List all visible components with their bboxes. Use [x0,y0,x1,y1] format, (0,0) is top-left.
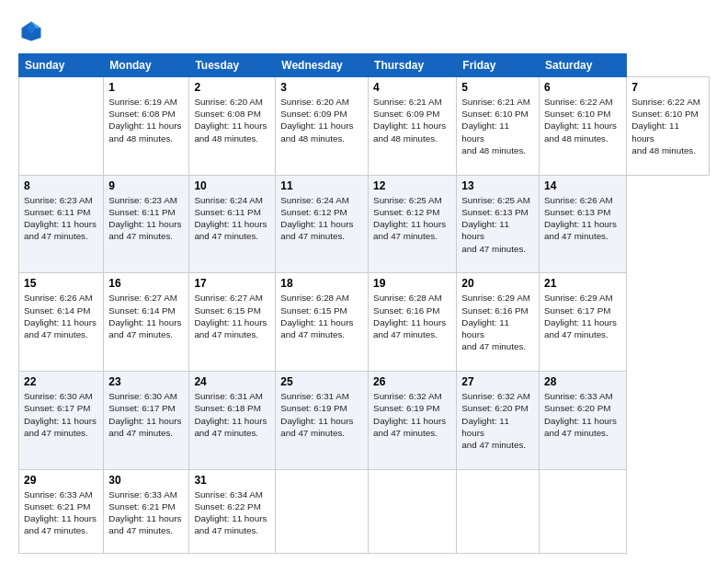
calendar-cell [369,469,457,553]
day-info: Sunrise: 6:21 AM Sunset: 6:10 PM Dayligh… [461,96,534,156]
day-number: 30 [108,474,184,487]
day-number: 26 [373,375,451,388]
col-header-saturday: Saturday [540,54,627,77]
day-number: 4 [373,81,451,94]
calendar-cell: 29Sunrise: 6:33 AM Sunset: 6:21 PM Dayli… [19,469,104,553]
logo [18,18,48,44]
calendar-week-1: 1Sunrise: 6:19 AM Sunset: 6:08 PM Daylig… [19,77,710,176]
day-number: 16 [108,277,184,290]
calendar-cell: 17Sunrise: 6:27 AM Sunset: 6:15 PM Dayli… [189,273,276,372]
calendar-cell: 16Sunrise: 6:27 AM Sunset: 6:14 PM Dayli… [104,273,189,372]
day-number: 21 [544,277,621,290]
day-number: 15 [24,277,98,290]
calendar-cell: 13Sunrise: 6:25 AM Sunset: 6:13 PM Dayli… [457,175,540,273]
day-info: Sunrise: 6:32 AM Sunset: 6:20 PM Dayligh… [461,390,534,451]
calendar-week-2: 8Sunrise: 6:23 AM Sunset: 6:11 PM Daylig… [19,175,710,273]
calendar-week-5: 29Sunrise: 6:33 AM Sunset: 6:21 PM Dayli… [19,469,710,553]
calendar-cell: 24Sunrise: 6:31 AM Sunset: 6:18 PM Dayli… [189,372,276,470]
calendar-cell: 18Sunrise: 6:28 AM Sunset: 6:15 PM Dayli… [276,273,369,372]
day-number: 25 [280,375,363,388]
day-info: Sunrise: 6:34 AM Sunset: 6:22 PM Dayligh… [194,488,270,537]
col-header-friday: Friday [457,54,540,77]
day-info: Sunrise: 6:20 AM Sunset: 6:08 PM Dayligh… [194,96,270,144]
calendar-cell: 6Sunrise: 6:22 AM Sunset: 6:10 PM Daylig… [540,77,627,176]
col-header-tuesday: Tuesday [189,54,276,77]
calendar-week-3: 15Sunrise: 6:26 AM Sunset: 6:14 PM Dayli… [19,273,710,372]
calendar-cell: 20Sunrise: 6:29 AM Sunset: 6:16 PM Dayli… [457,273,540,372]
calendar-cell: 26Sunrise: 6:32 AM Sunset: 6:19 PM Dayli… [369,372,457,470]
day-number: 29 [24,474,98,487]
day-number: 9 [108,179,184,192]
day-info: Sunrise: 6:30 AM Sunset: 6:17 PM Dayligh… [24,390,98,439]
calendar-cell: 21Sunrise: 6:29 AM Sunset: 6:17 PM Dayli… [540,273,627,372]
calendar-cell [540,469,627,553]
calendar-cell: 1Sunrise: 6:19 AM Sunset: 6:08 PM Daylig… [104,77,189,176]
calendar-cell: 28Sunrise: 6:33 AM Sunset: 6:20 PM Dayli… [540,372,627,470]
col-header-thursday: Thursday [369,54,457,77]
calendar-cell: 7Sunrise: 6:22 AM Sunset: 6:10 PM Daylig… [627,77,710,176]
day-info: Sunrise: 6:33 AM Sunset: 6:20 PM Dayligh… [544,390,621,439]
day-info: Sunrise: 6:31 AM Sunset: 6:18 PM Dayligh… [194,390,270,439]
calendar-cell: 27Sunrise: 6:32 AM Sunset: 6:20 PM Dayli… [457,372,540,470]
calendar-cell: 19Sunrise: 6:28 AM Sunset: 6:16 PM Dayli… [369,273,457,372]
day-number: 11 [280,179,363,192]
day-number: 17 [194,277,270,290]
header [18,18,710,44]
col-header-monday: Monday [104,54,189,77]
calendar-cell: 11Sunrise: 6:24 AM Sunset: 6:12 PM Dayli… [276,175,369,273]
day-number: 28 [544,375,621,388]
day-number: 23 [108,375,184,388]
day-info: Sunrise: 6:33 AM Sunset: 6:21 PM Dayligh… [108,488,184,537]
day-info: Sunrise: 6:22 AM Sunset: 6:10 PM Dayligh… [631,96,704,156]
page: SundayMondayTuesdayWednesdayThursdayFrid… [0,0,728,563]
day-number: 14 [544,179,621,192]
day-number: 6 [544,81,621,94]
day-info: Sunrise: 6:33 AM Sunset: 6:21 PM Dayligh… [24,488,98,537]
day-info: Sunrise: 6:30 AM Sunset: 6:17 PM Dayligh… [108,390,184,439]
calendar-cell: 25Sunrise: 6:31 AM Sunset: 6:19 PM Dayli… [276,372,369,470]
day-info: Sunrise: 6:29 AM Sunset: 6:17 PM Dayligh… [544,292,621,340]
calendar-cell: 23Sunrise: 6:30 AM Sunset: 6:17 PM Dayli… [104,372,189,470]
day-info: Sunrise: 6:20 AM Sunset: 6:09 PM Dayligh… [280,96,363,144]
calendar-cell: 4Sunrise: 6:21 AM Sunset: 6:09 PM Daylig… [369,77,457,176]
calendar-cell: 22Sunrise: 6:30 AM Sunset: 6:17 PM Dayli… [19,372,104,470]
day-info: Sunrise: 6:26 AM Sunset: 6:13 PM Dayligh… [544,194,621,243]
day-number: 5 [461,81,534,94]
calendar-cell: 3Sunrise: 6:20 AM Sunset: 6:09 PM Daylig… [276,77,369,176]
calendar-week-4: 22Sunrise: 6:30 AM Sunset: 6:17 PM Dayli… [19,372,710,470]
day-info: Sunrise: 6:24 AM Sunset: 6:12 PM Dayligh… [280,194,363,243]
day-info: Sunrise: 6:22 AM Sunset: 6:10 PM Dayligh… [544,96,621,144]
day-number: 13 [461,179,534,192]
day-number: 24 [194,375,270,388]
calendar-header-row: SundayMondayTuesdayWednesdayThursdayFrid… [19,54,710,77]
calendar-cell: 8Sunrise: 6:23 AM Sunset: 6:11 PM Daylig… [19,175,104,273]
calendar-cell: 14Sunrise: 6:26 AM Sunset: 6:13 PM Dayli… [540,175,627,273]
col-header-wednesday: Wednesday [276,54,369,77]
calendar-cell: 31Sunrise: 6:34 AM Sunset: 6:22 PM Dayli… [189,469,276,553]
calendar-cell: 2Sunrise: 6:20 AM Sunset: 6:08 PM Daylig… [189,77,276,176]
day-number: 8 [24,179,98,192]
calendar-cell: 5Sunrise: 6:21 AM Sunset: 6:10 PM Daylig… [457,77,540,176]
day-info: Sunrise: 6:29 AM Sunset: 6:16 PM Dayligh… [461,292,534,352]
day-info: Sunrise: 6:25 AM Sunset: 6:13 PM Dayligh… [461,194,534,255]
calendar-cell [276,469,369,553]
empty-cell [19,77,104,176]
day-number: 2 [194,81,270,94]
calendar-cell: 9Sunrise: 6:23 AM Sunset: 6:11 PM Daylig… [104,175,189,273]
day-info: Sunrise: 6:28 AM Sunset: 6:16 PM Dayligh… [373,292,451,340]
day-number: 10 [194,179,270,192]
calendar-cell: 12Sunrise: 6:25 AM Sunset: 6:12 PM Dayli… [369,175,457,273]
calendar-cell: 15Sunrise: 6:26 AM Sunset: 6:14 PM Dayli… [19,273,104,372]
day-info: Sunrise: 6:32 AM Sunset: 6:19 PM Dayligh… [373,390,451,439]
day-number: 7 [631,81,704,94]
day-info: Sunrise: 6:23 AM Sunset: 6:11 PM Dayligh… [24,194,98,243]
calendar-cell: 30Sunrise: 6:33 AM Sunset: 6:21 PM Dayli… [104,469,189,553]
logo-icon [18,18,44,44]
day-info: Sunrise: 6:28 AM Sunset: 6:15 PM Dayligh… [280,292,363,340]
day-info: Sunrise: 6:24 AM Sunset: 6:11 PM Dayligh… [194,194,270,243]
day-number: 18 [280,277,363,290]
day-info: Sunrise: 6:23 AM Sunset: 6:11 PM Dayligh… [108,194,184,243]
day-number: 27 [461,375,534,388]
day-number: 19 [373,277,451,290]
day-info: Sunrise: 6:19 AM Sunset: 6:08 PM Dayligh… [108,96,184,144]
